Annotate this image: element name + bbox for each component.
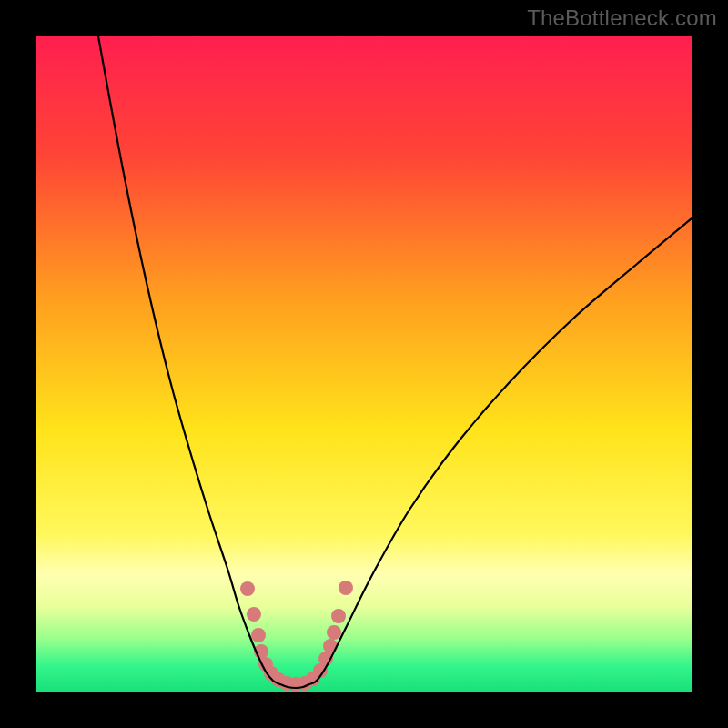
marker-dot <box>240 581 255 596</box>
marker-dot <box>339 581 353 595</box>
chart-frame: TheBottleneck.com <box>0 0 728 728</box>
watermark-text: TheBottleneck.com <box>527 5 717 31</box>
marker-dot <box>247 607 261 622</box>
marker-dot <box>331 609 346 623</box>
marker-dot <box>327 625 341 640</box>
chart-svg <box>36 36 692 692</box>
marker-dot <box>251 628 266 642</box>
chart-background <box>36 36 692 692</box>
plot-area <box>36 36 692 692</box>
